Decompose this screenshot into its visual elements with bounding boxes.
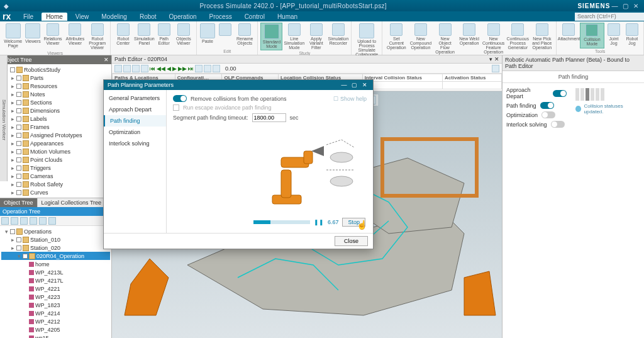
rbtn-new-compound-op[interactable]: New Compound Operation — [409, 23, 433, 55]
optool-2[interactable] — [11, 217, 18, 225]
toggle-remove-collisions[interactable] — [173, 95, 187, 102]
menu-file[interactable]: File — [19, 13, 38, 21]
rbtn-robot-center[interactable]: Robot Center — [113, 23, 133, 53]
tree-node[interactable]: WP_4223 — [1, 293, 110, 301]
escape-checkbox[interactable] — [173, 104, 179, 111]
tree-node[interactable]: WP_4213L — [1, 268, 110, 276]
dialog-titlebar[interactable]: Path Planning Parameters — ▢ ✕ — [104, 80, 373, 90]
pe-skip-first-icon[interactable]: ⏮ — [150, 65, 155, 72]
show-help-label[interactable]: Show help — [340, 96, 367, 102]
optool-5[interactable] — [39, 217, 47, 225]
rbtn-objects-viewer[interactable]: Objects Viewer — [174, 23, 194, 53]
tree-node[interactable]: ▸RoboticsStudy — [1, 65, 110, 74]
rp-row-optimization[interactable]: Optimization — [506, 110, 567, 120]
tab-logical-collections[interactable]: Logical Collections Tree — [38, 198, 106, 207]
pe-tool[interactable] — [132, 65, 140, 72]
rbtn-simulation-recorder[interactable]: Simulation Recorder — [328, 23, 348, 50]
operation-tree[interactable]: ▾Operations▸Station_010▸Station_020▾020R… — [0, 226, 111, 338]
rbtn-simulation-panel[interactable]: Simulation Panel — [134, 23, 154, 53]
rbtn-viewers[interactable]: Viewers — [25, 23, 41, 50]
menu-control[interactable]: Control — [240, 13, 269, 21]
rbtn-line-simulation-mode[interactable]: Line Simulation Mode — [284, 23, 304, 50]
tree-node[interactable]: ▸Station_020 — [1, 244, 110, 252]
tree-node[interactable]: ▸Motion Volumes — [1, 147, 110, 155]
optool-1[interactable] — [1, 217, 9, 225]
rp-row-pathfinding[interactable]: Path finding — [506, 101, 567, 110]
optool-4[interactable] — [30, 217, 37, 225]
tree-node[interactable]: ▾020R04_Operation — [1, 252, 110, 260]
menu-modeling[interactable]: Modeling — [97, 13, 131, 21]
pe-tool[interactable] — [114, 65, 122, 72]
tree-node[interactable]: ▸Labels — [1, 115, 110, 123]
menu-operation[interactable]: Operation — [165, 13, 201, 21]
pe-tool[interactable] — [492, 65, 499, 72]
dialog-nav[interactable]: General Parameters Approach Depart Path … — [104, 90, 167, 233]
tree-node[interactable]: ▸Notes — [1, 90, 110, 98]
pe-tool[interactable] — [123, 65, 131, 72]
rbtn-welcome-page[interactable]: Welcome Page — [3, 23, 23, 50]
operation-tree-toolbar[interactable] — [0, 216, 111, 226]
search-input[interactable] — [575, 13, 644, 21]
optool-3[interactable] — [20, 217, 28, 225]
rbtn-new-object-flow-op[interactable]: New Object Flow Operation — [433, 23, 457, 55]
rbtn-new-weld-op[interactable]: New Weld Operation — [458, 23, 481, 55]
tree-node[interactable]: ▸Robot Safety — [1, 180, 110, 188]
toggle-optimization[interactable] — [541, 111, 555, 118]
tree-node[interactable]: ▸Assigned Prototypes — [1, 131, 110, 139]
dlg-tab-pathfinding[interactable]: Path finding — [104, 115, 166, 127]
bottom-left-tabs[interactable]: Object Tree Logical Collections Tree — [0, 198, 111, 207]
pe-play-icon[interactable]: ▶ — [172, 65, 177, 72]
tree-node[interactable]: ▸Frames — [1, 123, 110, 131]
rbtn-collision-mode[interactable]: Collision Mode — [580, 23, 604, 48]
dialog-minimize-icon[interactable]: — — [340, 82, 348, 88]
toggle-approach[interactable] — [553, 90, 567, 97]
pe-tool[interactable] — [195, 65, 203, 72]
pe-tool[interactable] — [204, 65, 211, 72]
rbtn-set-current-op[interactable]: Set Current Operation — [385, 23, 408, 55]
tree-node[interactable]: WP_4205 — [1, 325, 110, 334]
rbtn-rename-objects[interactable]: Rename Objects — [235, 23, 255, 48]
tree-node[interactable]: wp15 — [1, 334, 110, 338]
close-button[interactable]: Close — [335, 236, 368, 246]
simulation-worker-tab[interactable]: Simulation Worker — [0, 55, 8, 181]
menu-robot[interactable]: Robot — [135, 13, 161, 21]
rbtn-apply-variant-filter[interactable]: Apply Variant Filter — [306, 23, 326, 50]
rbtn-robot-program-viewer[interactable]: Robot Program Viewer — [87, 23, 108, 50]
pe-step-back-icon[interactable]: ◀ — [167, 65, 171, 72]
rbtn-continuous-process-gen[interactable]: Continuous Process Generator — [506, 23, 530, 55]
menu-home[interactable]: Home — [42, 13, 67, 21]
dialog-close-icon[interactable]: ✕ — [360, 82, 369, 88]
path-editor-pin-icon[interactable]: ▾ ✕ — [489, 56, 499, 62]
menu-view[interactable]: View — [71, 13, 94, 21]
tree-node[interactable]: ▸Station_010 — [1, 235, 110, 244]
tree-node[interactable]: ▸Appearances — [1, 139, 110, 147]
pe-col[interactable]: Activation Status — [443, 74, 502, 82]
optool-6[interactable] — [48, 217, 56, 225]
rp-row-approach[interactable]: Approach Depart — [506, 86, 567, 101]
tree-node[interactable]: WP_1823 — [1, 301, 110, 309]
toggle-interlock[interactable] — [551, 121, 565, 128]
rbtn-edit-small[interactable] — [217, 23, 233, 48]
tree-node[interactable]: WP_4217L — [1, 276, 110, 284]
maximize-button[interactable]: ▢ — [621, 3, 630, 9]
pe-tool[interactable] — [213, 65, 220, 72]
tree-node[interactable]: ▸Cameras — [1, 172, 110, 180]
rbtn-standard-mode[interactable]: Standard Mode — [260, 23, 282, 50]
toggle-pathfinding[interactable] — [540, 102, 554, 109]
menu-process[interactable]: Process — [205, 13, 236, 21]
object-tree[interactable]: ▸RoboticsStudy▸Parts▸Resources▸Notes▸Sec… — [0, 64, 111, 198]
rbtn-paste[interactable]: Paste — [199, 23, 216, 48]
rbtn-upload-collaborate[interactable]: Upload to Process Simulate Collaborate — [354, 23, 379, 57]
tree-node[interactable]: ▸Triggers — [1, 164, 110, 172]
rbtn-attributes-viewer[interactable]: Attributes Viewer — [65, 23, 86, 50]
rbtn-attachment[interactable]: Attachment — [559, 23, 579, 48]
dlg-tab-general[interactable]: General Parameters — [104, 93, 166, 104]
tree-node[interactable]: ▸Resources — [1, 82, 110, 90]
tab-object-tree[interactable]: Object Tree — [0, 198, 38, 207]
tree-node[interactable]: WP_4214 — [1, 309, 110, 317]
object-tree-close-icon[interactable]: ✕ — [104, 57, 109, 63]
tree-node[interactable]: ▸Curves — [1, 188, 110, 196]
rbtn-new-pick-place-op[interactable]: New Pick and Place Operation — [531, 23, 554, 55]
rp-row-interlock[interactable]: Interlock solving — [506, 120, 567, 129]
pe-skip-last-icon[interactable]: ⏭ — [188, 65, 194, 72]
